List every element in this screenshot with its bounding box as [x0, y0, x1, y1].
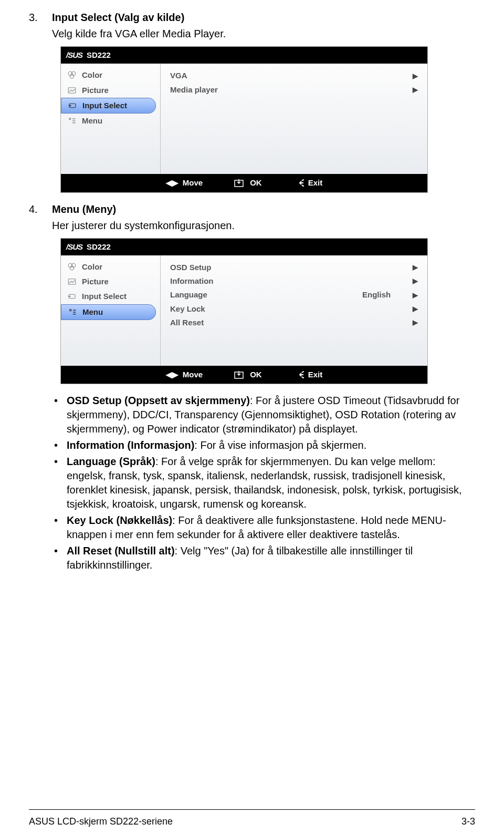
list-item: OSD Setup (Oppsett av skjermmeny): For å…	[52, 394, 470, 436]
footer-label: OK	[250, 178, 262, 188]
bullet-term: Language (Språk)	[67, 456, 155, 467]
footer-label: Exit	[308, 369, 323, 380]
chevron-right-icon: ▶	[410, 263, 418, 272]
move-arrows-icon: ◀▶	[166, 369, 178, 380]
list-item: Information (Informasjon): For å vise in…	[52, 438, 470, 452]
sidebar-item-label: Picture	[82, 276, 109, 287]
asus-logo-icon: /SUS	[66, 242, 82, 252]
osd-header: /SUS SD222	[61, 47, 427, 64]
sidebar-item-label: Picture	[82, 85, 109, 96]
osd-option-row[interactable]: OSD Setup ▶	[170, 261, 418, 274]
osd-option-label: Information	[170, 276, 362, 286]
sidebar-item-label: Color	[82, 70, 102, 80]
list-item: All Reset (Nullstill alt): Velg "Yes" (J…	[52, 544, 470, 572]
osd-model: SD222	[87, 50, 111, 60]
osd-main-panel: OSD Setup ▶ Information ▶ Language Engli…	[161, 255, 427, 366]
input-select-icon	[67, 292, 77, 301]
sidebar-item-label: Menu	[82, 116, 102, 126]
footer-move: ◀▶ Move	[166, 178, 203, 188]
sidebar-item-label: Color	[82, 262, 102, 272]
chevron-right-icon: ▶	[410, 304, 418, 314]
section-4-description: Her justerer du systemkonfigurasjonen.	[52, 219, 475, 233]
osd-footer: ◀▶ Move OK Exit	[61, 366, 427, 384]
section-3-description: Velg kilde fra VGA eller Media Player.	[52, 27, 475, 41]
bullet-term: OSD Setup (Oppsett av skjermmeny)	[67, 395, 250, 406]
osd-option-row[interactable]: Language English ▶	[170, 288, 418, 302]
osd-screenshot-input-select: /SUS SD222 Color Picture Input Select	[60, 46, 428, 193]
color-icon	[67, 70, 77, 80]
sidebar-item-color[interactable]: Color	[61, 68, 160, 83]
footer-left: ASUS LCD-skjerm SD222-seriene	[29, 815, 173, 828]
list-item: Language (Språk): For å velge språk for …	[52, 455, 470, 511]
osd-option-label: OSD Setup	[170, 262, 362, 273]
section-number: 3.	[29, 11, 43, 25]
osd-option-label: All Reset	[170, 317, 362, 328]
menu-icon	[68, 307, 77, 317]
chevron-right-icon: ▶	[410, 85, 418, 95]
footer-ok: OK	[234, 369, 262, 380]
color-icon	[67, 262, 77, 272]
bullet-term: Information (Informasjon)	[67, 439, 194, 451]
section-3-heading: 3. Input Select (Valg av kilde)	[29, 11, 475, 25]
section-4-heading: 4. Menu (Meny)	[29, 202, 475, 217]
picture-icon	[67, 86, 77, 95]
osd-option-row[interactable]: Key Lock ▶	[170, 302, 418, 316]
sidebar-item-label: Menu	[82, 307, 103, 317]
sidebar-item-label: Input Select	[82, 291, 127, 302]
osd-option-row[interactable]: All Reset ▶	[170, 316, 418, 330]
bullet-term: All Reset (Nullstill alt)	[67, 545, 175, 557]
sidebar-item-menu[interactable]: Menu	[61, 304, 156, 320]
chevron-right-icon: ▶	[410, 276, 418, 286]
osd-sidebar: Color Picture Input Select Menu	[61, 255, 161, 366]
sidebar-item-color[interactable]: Color	[61, 260, 160, 274]
footer-label: Move	[183, 369, 203, 380]
input-select-icon	[68, 101, 77, 110]
osd-option-label: Media player	[170, 85, 362, 95]
menu-description-list: OSD Setup (Oppsett av skjermmeny): For å…	[52, 394, 475, 572]
exit-icon	[293, 179, 304, 187]
move-arrows-icon: ◀▶	[166, 178, 178, 188]
page-footer: ASUS LCD-skjerm SD222-seriene 3-3	[29, 809, 475, 834]
ok-icon	[234, 179, 246, 187]
osd-option-row[interactable]: Media player ▶	[170, 83, 418, 97]
footer-exit: Exit	[293, 178, 323, 188]
exit-icon	[293, 370, 304, 379]
chevron-right-icon: ▶	[410, 318, 418, 327]
sidebar-item-input-select[interactable]: Input Select	[61, 289, 160, 304]
osd-model: SD222	[87, 242, 111, 252]
footer-label: Move	[183, 178, 203, 188]
osd-main-panel: VGA ▶ Media player ▶	[161, 64, 427, 174]
asus-logo-icon: /SUS	[66, 50, 82, 60]
sidebar-item-picture[interactable]: Picture	[61, 83, 160, 98]
list-item: Key Lock (Nøkkellås): For å deaktivere a…	[52, 513, 470, 542]
chevron-right-icon: ▶	[410, 291, 418, 300]
section-title: Menu (Meny)	[52, 202, 116, 217]
footer-ok: OK	[234, 178, 262, 188]
osd-header: /SUS SD222	[61, 239, 427, 255]
osd-option-label: VGA	[170, 70, 362, 81]
ok-icon	[234, 370, 246, 379]
osd-sidebar: Color Picture Input Select Menu	[61, 64, 161, 174]
footer-move: ◀▶ Move	[166, 369, 203, 380]
menu-icon	[67, 116, 77, 126]
bullet-text: : For å vise informasjon på skjermen.	[194, 439, 366, 451]
sidebar-item-input-select[interactable]: Input Select	[61, 98, 156, 114]
picture-icon	[67, 277, 77, 286]
footer-label: Exit	[308, 178, 323, 188]
sidebar-item-menu[interactable]: Menu	[61, 114, 160, 128]
footer-page-number: 3-3	[461, 815, 475, 828]
section-number: 4.	[29, 202, 43, 217]
footer-exit: Exit	[293, 369, 323, 380]
section-title: Input Select (Valg av kilde)	[52, 11, 184, 25]
bullet-term: Key Lock (Nøkkellås)	[67, 514, 172, 526]
sidebar-item-picture[interactable]: Picture	[61, 274, 160, 289]
osd-option-label: Language	[170, 290, 362, 300]
osd-option-value: English	[362, 290, 410, 300]
osd-footer: ◀▶ Move OK Exit	[61, 174, 427, 192]
osd-option-row[interactable]: Information ▶	[170, 274, 418, 288]
osd-screenshot-menu: /SUS SD222 Color Picture Input Select	[60, 238, 428, 385]
footer-label: OK	[250, 369, 262, 380]
osd-option-row[interactable]: VGA ▶	[170, 69, 418, 83]
chevron-right-icon: ▶	[410, 71, 418, 81]
sidebar-item-label: Input Select	[82, 100, 127, 111]
